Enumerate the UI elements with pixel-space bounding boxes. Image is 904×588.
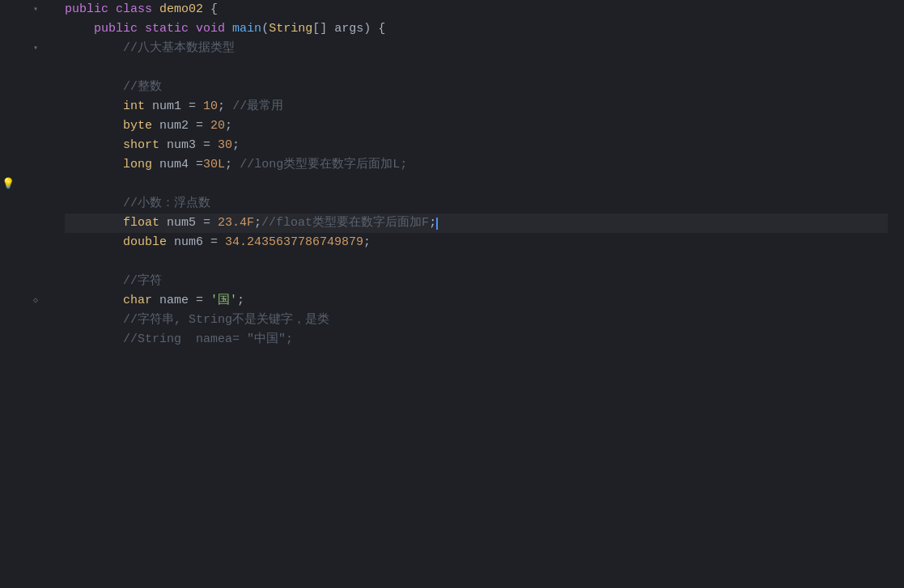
param-args: args [334,19,363,39]
lightbulb-icon[interactable]: 💡 [2,176,15,193]
keyword-int: int [123,97,145,116]
var-num2: num2 [159,116,189,136]
comment-char: //字符 [123,272,162,291]
var-num5: num5 [167,214,196,233]
num-20: 20 [210,116,225,136]
gutter-line-6 [0,97,42,116]
code-editor[interactable]: public class demo02 { public static void… [49,0,904,588]
num-30: 30 [218,136,232,155]
code-line-7: byte num2 = 20 ; [65,116,888,136]
text-cursor [436,218,438,230]
gutter-line-16: ◇ [0,291,42,311]
comment-string-class: //字符串, String不是关键字，是类 [123,311,329,330]
keyword-class: class [116,0,152,19]
num-30L: 30L [203,155,225,175]
gutter-line-11 [0,194,42,214]
code-line-10 [65,175,888,194]
code-line-8: short num3 = 30 ; [65,136,888,155]
fold-icon-16[interactable]: ◇ [31,296,40,306]
brace-open: { [203,0,218,19]
num-23.4F: 23.4F [218,214,254,233]
cursor-position: ; [429,214,436,233]
keyword-float: float [123,214,159,233]
code-line-15: //字符 [65,272,888,291]
code-line-16: char name = '国' ; [65,291,888,311]
keyword-static: static [145,19,189,39]
comment-long-type: //long类型要在数字后面加L; [240,155,407,175]
var-num4: num4 [159,155,189,175]
keyword-short: short [123,136,159,155]
gutter-line-9 [0,155,42,175]
keyword-char: char [123,291,152,311]
gutter-line-8 [0,136,42,155]
gutter-line-17 [0,311,42,330]
gutter-line-14 [0,252,42,272]
gutter-line-18 [0,330,42,349]
code-line-6: int num1 = 10 ; //最常用 [65,97,888,116]
var-name: name [159,291,189,311]
gutter-line-1: ▾ [0,0,42,19]
comment-most-used: //最常用 [232,97,283,116]
gutter-line-4 [0,58,42,78]
code-line-14 [65,252,888,272]
comment-string-example: //String namea= "中国"; [123,330,293,349]
fold-icon-3[interactable]: ▾ [31,44,40,53]
code-line-3: //八大基本数据类型 [65,39,888,58]
char-value: '国' [210,291,237,311]
param-type-string: String [269,19,312,39]
code-line-12: float num5 = 23.4F ; //float类型要在数字后面加F ; [65,214,888,233]
comment-float-type: //float类型要在数字后面加F [261,214,429,233]
keyword-public-2: public [94,19,138,39]
comment-float: //小数：浮点数 [123,194,210,214]
code-line-17: //字符串, String不是关键字，是类 [65,311,888,330]
fold-icon-1[interactable]: ▾ [31,5,40,15]
gutter-line-5 [0,78,42,97]
code-line-13: double num6 = 34.2435637786749879 ; [65,233,888,252]
gutter-line-13 [0,233,42,252]
code-line-2: public static void main ( String [] args… [65,19,888,39]
class-name: demo02 [159,0,203,19]
code-line-18: //String namea= "中国"; [65,330,888,349]
gutter-line-2 [0,19,42,39]
comment-integer: //整数 [123,78,162,97]
keyword-double: double [123,233,167,252]
code-line-9: long num4 = 30L ; //long类型要在数字后面加L; [65,155,888,175]
keyword-void: void [196,19,225,39]
gutter-line-15 [0,272,42,291]
var-num1: num1 [152,97,181,116]
var-num3: num3 [167,136,196,155]
num-double-val: 34.2435637786749879 [225,233,363,252]
comment-line-3: //八大基本数据类型 [123,39,235,58]
var-num6: num6 [174,233,203,252]
keyword-public: public [65,0,108,19]
keyword-byte: byte [123,116,152,136]
code-line-4 [65,58,888,78]
num-10: 10 [203,97,218,116]
gutter-line-7 [0,116,42,136]
keyword-long: long [123,155,152,175]
code-line-5: //整数 [65,78,888,97]
gutter-line-10: 💡 [0,175,42,194]
method-main: main [232,19,261,39]
line-numbers-gutter: ▾ ▾ 💡 ◇ [0,0,49,588]
code-line-11: //小数：浮点数 [65,194,888,214]
gutter-line-3: ▾ [0,39,42,58]
code-line-1: public class demo02 { [65,0,888,19]
gutter-line-12 [0,214,42,233]
editor-container: ▾ ▾ 💡 ◇ [0,0,904,588]
